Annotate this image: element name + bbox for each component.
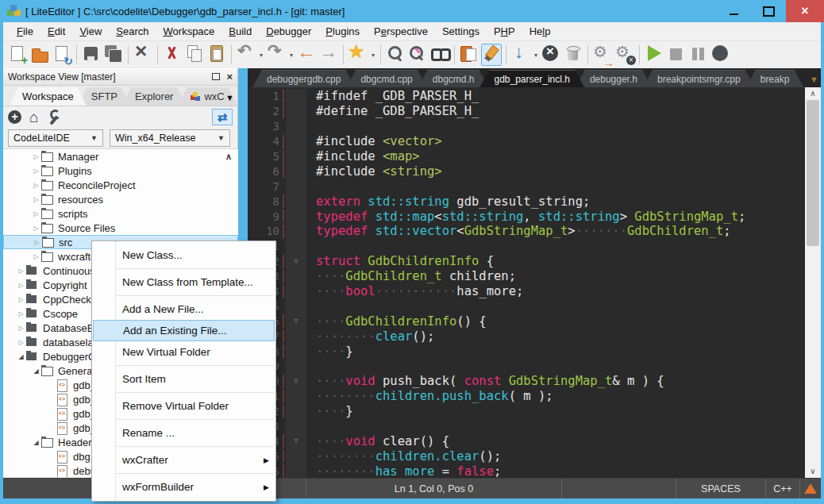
editor-tab-breakp[interactable]: breakp [746, 70, 804, 87]
menu-php[interactable]: PHP [487, 23, 522, 40]
open-folder-icon[interactable] [29, 44, 50, 66]
pause-icon[interactable] [688, 44, 709, 66]
chevron-down-icon[interactable]: ▾ [287, 44, 295, 66]
expand-arrow-icon[interactable]: ▷ [16, 310, 26, 317]
warning-triangle-icon[interactable] [800, 479, 821, 498]
chevron-down-icon[interactable]: ▼ [225, 93, 234, 102]
scroll-down-icon[interactable]: ∨ [805, 465, 821, 478]
collapse-arrow-icon[interactable]: ◢ [31, 367, 41, 375]
scroll-up-icon[interactable]: ∧ [805, 87, 821, 100]
panel-close-icon[interactable]: × [226, 73, 233, 81]
editor-tab-debugger-h[interactable]: debugger.h [576, 70, 652, 87]
code-view[interactable]: 1#ifndef _GDB_PARSER_H_2#define _GDB_PAR… [248, 87, 805, 478]
chevron-down-icon[interactable]: ▾ [369, 44, 377, 66]
context-menu-item-sort-item[interactable]: Sort Item [92, 368, 275, 390]
expand-arrow-icon[interactable]: ▷ [31, 182, 41, 189]
panel-maximize-icon[interactable] [212, 73, 220, 80]
menu-view[interactable]: View [72, 23, 109, 40]
run-icon[interactable] [644, 44, 664, 66]
expand-arrow-icon[interactable]: ▷ [31, 196, 41, 203]
menu-plugins[interactable]: Plugins [318, 23, 367, 40]
maximize-button[interactable] [751, 0, 786, 22]
expand-arrow-icon[interactable]: ▷ [31, 167, 41, 175]
find-replace-icon[interactable] [407, 44, 428, 66]
undo-icon[interactable] [236, 44, 256, 66]
new-file-icon[interactable] [7, 44, 28, 66]
whitespace-mode[interactable]: SPACES [676, 479, 766, 498]
editor-scrollbar[interactable]: ∧ ∨ [805, 87, 821, 478]
menu-help[interactable]: Help [522, 23, 558, 40]
expand-arrow-icon[interactable]: ▷ [16, 325, 26, 332]
panel-tab-workspace[interactable]: Workspace [10, 87, 87, 106]
fold-arrow-icon[interactable]: ▽ [286, 314, 306, 329]
expand-arrow-icon[interactable]: ▷ [31, 210, 41, 217]
add-icon[interactable]: + [8, 110, 21, 124]
editor-tab-dbgcmd-h[interactable]: dbgcmd.h [418, 70, 489, 87]
tree-item-scripts[interactable]: ▷scripts [3, 206, 238, 221]
context-menu-item-wxcrafter[interactable]: wxCrafter▶ [92, 449, 275, 471]
menu-settings[interactable]: Settings [435, 23, 487, 40]
stop-build-icon[interactable] [614, 44, 635, 66]
chevron-down-icon[interactable]: ▼ [810, 75, 818, 84]
download-icon[interactable] [510, 44, 531, 66]
settings-wrench-icon[interactable] [46, 110, 60, 124]
menu-debugger[interactable]: Debugger [259, 23, 318, 40]
context-menu-item-new-class[interactable]: New Class... [92, 244, 275, 266]
context-menu-item-rename[interactable]: Rename ... [92, 422, 275, 444]
chevron-down-icon[interactable]: ▾ [532, 44, 540, 66]
collapse-arrow-icon[interactable]: ◢ [16, 353, 26, 360]
context-menu-item-remove-virtual-folder[interactable]: Remove Virtual Folder [92, 395, 275, 417]
tree-item-plugins[interactable]: ▷Plugins [3, 164, 238, 178]
tree-scroll-up-icon[interactable]: ∧ [225, 152, 232, 162]
close-file-icon[interactable] [133, 44, 153, 66]
menu-workspace[interactable]: Workspace [156, 23, 222, 40]
find-icon[interactable] [385, 44, 406, 66]
build-config-select[interactable]: Win_x64_Release ▼ [110, 129, 230, 147]
editor-tab-debuggergdb-cpp[interactable]: debuggergdb.cpp [252, 70, 355, 87]
link-editor-icon[interactable]: ⇄ [212, 109, 233, 125]
cut-icon[interactable] [162, 44, 183, 66]
scrollbar-thumb[interactable] [807, 100, 819, 246]
fold-arrow-icon[interactable]: ▽ [286, 254, 306, 269]
expand-arrow-icon[interactable]: ▷ [16, 282, 26, 289]
workspace-select[interactable]: CodeLiteIDE ▼ [8, 129, 103, 147]
open-resource-icon[interactable] [459, 44, 479, 66]
stop-exec-icon[interactable] [666, 44, 687, 66]
menu-perspective[interactable]: Perspective [367, 23, 435, 40]
forward-icon[interactable] [318, 44, 339, 66]
menu-build[interactable]: Build [221, 23, 259, 40]
expand-arrow-icon[interactable]: ▷ [31, 153, 41, 160]
redo-icon[interactable] [266, 44, 287, 66]
clean-icon[interactable] [563, 44, 583, 66]
tree-item-manager[interactable]: ▷Manager [3, 149, 238, 164]
editor-tab-dbgcmd-cpp[interactable]: dbgcmd.cpp [346, 70, 426, 87]
minimize-button[interactable] [716, 0, 751, 22]
fold-arrow-icon[interactable]: ▽ [286, 374, 306, 389]
context-menu-item-add-a-new-file[interactable]: Add a New File... [92, 298, 275, 320]
context-menu-item-new-virtual-folder[interactable]: New Virtual Folder [92, 341, 275, 363]
highlight-icon[interactable] [481, 44, 502, 66]
debug-icon[interactable] [710, 44, 731, 66]
menu-file[interactable]: File [10, 23, 40, 40]
expand-arrow-icon[interactable]: ▷ [32, 239, 42, 246]
context-menu-item-wxformbuilder[interactable]: wxFormBuilder▶ [92, 476, 275, 498]
tree-item-source-files[interactable]: ▷Source Files [3, 221, 238, 235]
back-icon[interactable] [296, 44, 317, 66]
context-menu-item-add-an-existing-file[interactable]: Add an Existing File... [93, 320, 275, 341]
panel-tab-explorer[interactable]: Explorer [122, 87, 186, 106]
collapse-arrow-icon[interactable]: ◢ [31, 439, 41, 446]
expand-arrow-icon[interactable]: ▷ [16, 339, 26, 346]
tree-item-reconcileproject[interactable]: ▷ReconcileProject [3, 178, 238, 192]
paste-icon[interactable] [206, 44, 227, 66]
expand-arrow-icon[interactable]: ▷ [16, 267, 26, 275]
close-button[interactable]: × [786, 0, 824, 22]
menu-search[interactable]: Search [109, 23, 156, 40]
language-mode[interactable]: C++ [766, 479, 800, 498]
expand-arrow-icon[interactable]: ▷ [31, 253, 41, 260]
expand-arrow-icon[interactable]: ▷ [16, 296, 26, 303]
editor-tab-breakpointsmgr-cpp[interactable]: breakpointsmgr.cpp [643, 70, 755, 87]
menu-edit[interactable]: Edit [40, 23, 72, 40]
home-icon[interactable]: ⌂ [29, 110, 38, 124]
panel-tab-sftp[interactable]: SFTP [79, 87, 130, 106]
save-all-icon[interactable] [103, 44, 124, 66]
